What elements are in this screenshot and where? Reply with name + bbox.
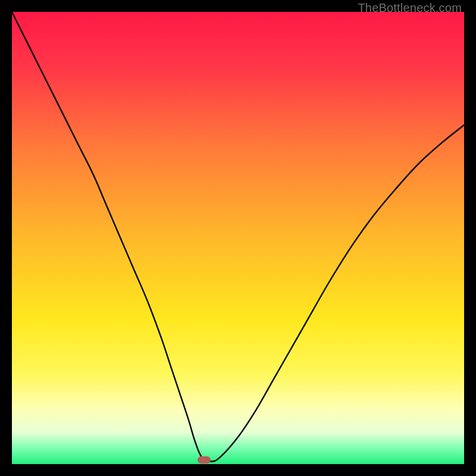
gradient-background (12, 12, 464, 464)
chart-marker (198, 456, 211, 464)
chart-frame (12, 12, 464, 464)
watermark-text: TheBottleneck.com (358, 1, 462, 15)
